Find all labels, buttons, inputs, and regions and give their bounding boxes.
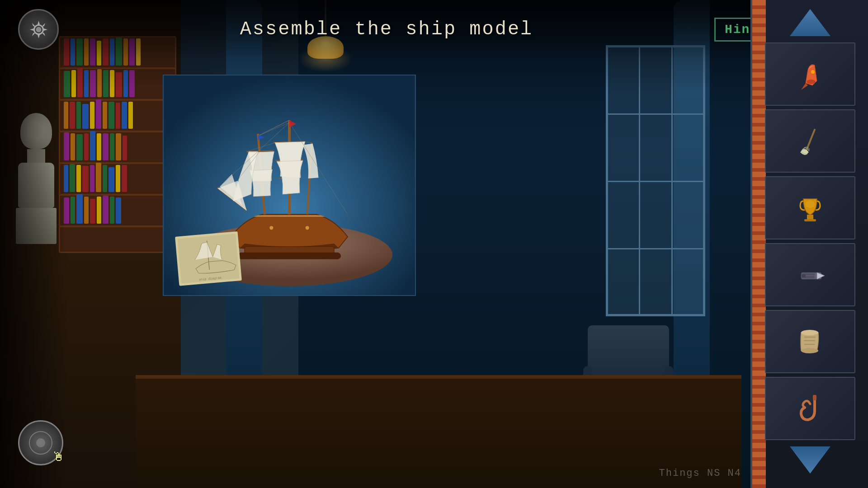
svg-rect-53	[813, 395, 816, 400]
item-rocket-icon	[792, 56, 828, 92]
svg-point-43	[806, 201, 815, 208]
item-trophy-icon	[792, 190, 828, 226]
inventory-slot-4[interactable]	[765, 243, 855, 306]
watermark: Things NS N4	[659, 468, 741, 479]
svg-rect-41	[807, 215, 813, 219]
circle-button-icon	[27, 429, 54, 456]
inventory-panel	[750, 0, 868, 488]
inventory-nav-down[interactable]	[790, 446, 830, 474]
bookshelf	[59, 36, 176, 253]
inventory-slot-1[interactable]	[765, 42, 855, 106]
svg-point-49	[801, 348, 818, 353]
svg-rect-7	[238, 253, 341, 259]
svg-point-38	[807, 80, 816, 84]
gear-icon	[26, 17, 51, 42]
background-scene: ship diagram	[0, 0, 868, 488]
game-title: Assemble the ship model	[240, 19, 533, 40]
ship-svg: ship diagram	[164, 75, 415, 295]
table	[136, 375, 741, 488]
svg-point-55	[36, 438, 45, 447]
ship-model-panel[interactable]: ship diagram	[163, 75, 416, 296]
item-knife-icon	[792, 257, 828, 293]
inventory-slot-2[interactable]	[765, 109, 855, 173]
svg-rect-42	[804, 219, 816, 221]
top-bar: Assemble the ship model Hint 0 +	[0, 0, 868, 59]
window	[606, 45, 705, 316]
title-area: Assemble the ship model	[59, 19, 714, 40]
item-hook-icon	[792, 390, 828, 427]
svg-point-26	[269, 226, 273, 230]
inventory-slot-6[interactable]	[765, 377, 855, 440]
svg-point-48	[801, 330, 818, 335]
item-broom-icon	[792, 123, 828, 159]
inventory-slot-5[interactable]	[765, 310, 855, 373]
inventory-slot-3[interactable]	[765, 176, 855, 239]
bust-statue	[14, 113, 59, 249]
circle-button[interactable]	[18, 420, 63, 465]
svg-point-33	[36, 27, 41, 32]
svg-point-39	[811, 70, 815, 74]
ship-container: ship diagram	[164, 75, 415, 295]
item-scroll-icon	[792, 324, 828, 360]
inventory-nav-up[interactable]	[790, 9, 830, 36]
settings-button[interactable]	[18, 9, 59, 50]
svg-rect-47	[802, 274, 806, 277]
inventory-border	[752, 0, 766, 488]
svg-point-27	[306, 226, 309, 230]
